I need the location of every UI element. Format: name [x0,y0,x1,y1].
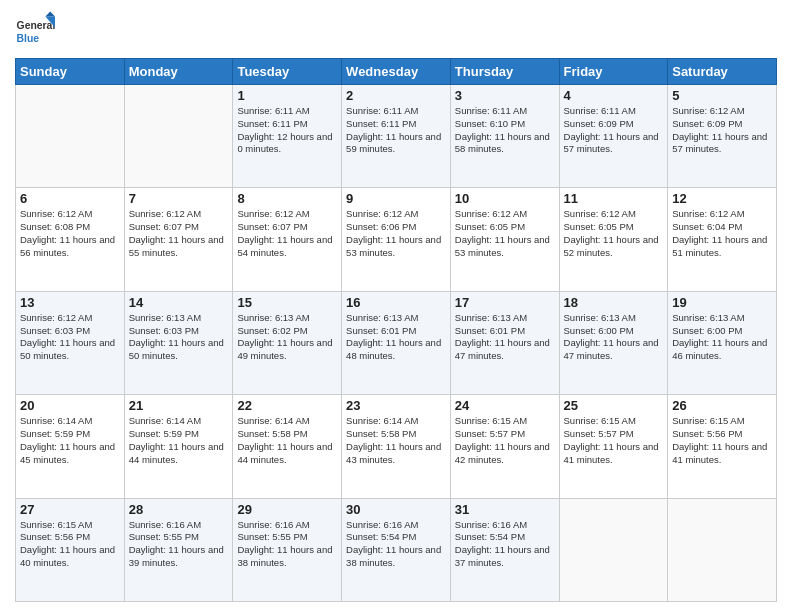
weekday-header-row: SundayMondayTuesdayWednesdayThursdayFrid… [16,59,777,85]
calendar-cell [559,498,668,601]
calendar-cell: 5Sunrise: 6:12 AMSunset: 6:09 PMDaylight… [668,85,777,188]
calendar-cell: 23Sunrise: 6:14 AMSunset: 5:58 PMDayligh… [342,395,451,498]
calendar-cell: 3Sunrise: 6:11 AMSunset: 6:10 PMDaylight… [450,85,559,188]
day-info: Sunrise: 6:16 AMSunset: 5:54 PMDaylight:… [346,519,446,570]
day-info: Sunrise: 6:13 AMSunset: 6:01 PMDaylight:… [455,312,555,363]
day-info: Sunrise: 6:12 AMSunset: 6:07 PMDaylight:… [129,208,229,259]
svg-text:Blue: Blue [17,33,40,44]
calendar-cell: 14Sunrise: 6:13 AMSunset: 6:03 PMDayligh… [124,291,233,394]
day-number: 10 [455,191,555,206]
weekday-header-wednesday: Wednesday [342,59,451,85]
day-number: 1 [237,88,337,103]
calendar-cell: 19Sunrise: 6:13 AMSunset: 6:00 PMDayligh… [668,291,777,394]
day-number: 3 [455,88,555,103]
day-number: 25 [564,398,664,413]
day-number: 19 [672,295,772,310]
calendar-cell [16,85,125,188]
day-info: Sunrise: 6:16 AMSunset: 5:55 PMDaylight:… [237,519,337,570]
calendar-cell: 31Sunrise: 6:16 AMSunset: 5:54 PMDayligh… [450,498,559,601]
calendar-week-row-2: 6Sunrise: 6:12 AMSunset: 6:08 PMDaylight… [16,188,777,291]
day-number: 16 [346,295,446,310]
day-info: Sunrise: 6:14 AMSunset: 5:59 PMDaylight:… [20,415,120,466]
calendar-cell: 6Sunrise: 6:12 AMSunset: 6:08 PMDaylight… [16,188,125,291]
day-info: Sunrise: 6:11 AMSunset: 6:10 PMDaylight:… [455,105,555,156]
day-number: 20 [20,398,120,413]
svg-marker-3 [45,12,55,17]
day-number: 8 [237,191,337,206]
day-info: Sunrise: 6:11 AMSunset: 6:11 PMDaylight:… [346,105,446,156]
calendar-week-row-4: 20Sunrise: 6:14 AMSunset: 5:59 PMDayligh… [16,395,777,498]
weekday-header-sunday: Sunday [16,59,125,85]
day-number: 11 [564,191,664,206]
calendar-cell: 22Sunrise: 6:14 AMSunset: 5:58 PMDayligh… [233,395,342,498]
day-number: 26 [672,398,772,413]
day-number: 15 [237,295,337,310]
day-info: Sunrise: 6:15 AMSunset: 5:56 PMDaylight:… [672,415,772,466]
day-info: Sunrise: 6:12 AMSunset: 6:05 PMDaylight:… [455,208,555,259]
page: General Blue SundayMondayTuesdayWednesda… [0,0,792,612]
calendar-week-row-5: 27Sunrise: 6:15 AMSunset: 5:56 PMDayligh… [16,498,777,601]
day-info: Sunrise: 6:16 AMSunset: 5:54 PMDaylight:… [455,519,555,570]
calendar-cell: 2Sunrise: 6:11 AMSunset: 6:11 PMDaylight… [342,85,451,188]
calendar-cell [668,498,777,601]
weekday-header-friday: Friday [559,59,668,85]
calendar-cell: 27Sunrise: 6:15 AMSunset: 5:56 PMDayligh… [16,498,125,601]
day-info: Sunrise: 6:14 AMSunset: 5:59 PMDaylight:… [129,415,229,466]
calendar-cell: 30Sunrise: 6:16 AMSunset: 5:54 PMDayligh… [342,498,451,601]
day-info: Sunrise: 6:14 AMSunset: 5:58 PMDaylight:… [237,415,337,466]
day-number: 27 [20,502,120,517]
calendar-cell: 20Sunrise: 6:14 AMSunset: 5:59 PMDayligh… [16,395,125,498]
calendar-cell: 28Sunrise: 6:16 AMSunset: 5:55 PMDayligh… [124,498,233,601]
calendar-cell: 1Sunrise: 6:11 AMSunset: 6:11 PMDaylight… [233,85,342,188]
day-info: Sunrise: 6:11 AMSunset: 6:09 PMDaylight:… [564,105,664,156]
weekday-header-saturday: Saturday [668,59,777,85]
weekday-header-tuesday: Tuesday [233,59,342,85]
calendar-cell: 4Sunrise: 6:11 AMSunset: 6:09 PMDaylight… [559,85,668,188]
day-number: 24 [455,398,555,413]
svg-text:General: General [17,20,55,31]
header: General Blue [15,10,777,50]
day-number: 30 [346,502,446,517]
calendar-cell: 15Sunrise: 6:13 AMSunset: 6:02 PMDayligh… [233,291,342,394]
calendar-cell: 24Sunrise: 6:15 AMSunset: 5:57 PMDayligh… [450,395,559,498]
calendar-week-row-1: 1Sunrise: 6:11 AMSunset: 6:11 PMDaylight… [16,85,777,188]
day-info: Sunrise: 6:12 AMSunset: 6:04 PMDaylight:… [672,208,772,259]
calendar-cell [124,85,233,188]
day-info: Sunrise: 6:12 AMSunset: 6:09 PMDaylight:… [672,105,772,156]
calendar-cell: 12Sunrise: 6:12 AMSunset: 6:04 PMDayligh… [668,188,777,291]
day-number: 21 [129,398,229,413]
day-number: 17 [455,295,555,310]
calendar-table: SundayMondayTuesdayWednesdayThursdayFrid… [15,58,777,602]
day-number: 5 [672,88,772,103]
calendar-cell: 18Sunrise: 6:13 AMSunset: 6:00 PMDayligh… [559,291,668,394]
calendar-cell: 26Sunrise: 6:15 AMSunset: 5:56 PMDayligh… [668,395,777,498]
day-info: Sunrise: 6:16 AMSunset: 5:55 PMDaylight:… [129,519,229,570]
calendar-cell: 16Sunrise: 6:13 AMSunset: 6:01 PMDayligh… [342,291,451,394]
day-info: Sunrise: 6:13 AMSunset: 6:02 PMDaylight:… [237,312,337,363]
day-number: 2 [346,88,446,103]
calendar-cell: 29Sunrise: 6:16 AMSunset: 5:55 PMDayligh… [233,498,342,601]
day-info: Sunrise: 6:11 AMSunset: 6:11 PMDaylight:… [237,105,337,156]
day-info: Sunrise: 6:13 AMSunset: 6:01 PMDaylight:… [346,312,446,363]
day-info: Sunrise: 6:12 AMSunset: 6:05 PMDaylight:… [564,208,664,259]
day-number: 13 [20,295,120,310]
day-info: Sunrise: 6:15 AMSunset: 5:57 PMDaylight:… [455,415,555,466]
weekday-header-thursday: Thursday [450,59,559,85]
day-info: Sunrise: 6:12 AMSunset: 6:07 PMDaylight:… [237,208,337,259]
day-info: Sunrise: 6:12 AMSunset: 6:08 PMDaylight:… [20,208,120,259]
day-info: Sunrise: 6:13 AMSunset: 6:03 PMDaylight:… [129,312,229,363]
day-number: 14 [129,295,229,310]
day-info: Sunrise: 6:13 AMSunset: 6:00 PMDaylight:… [564,312,664,363]
day-info: Sunrise: 6:13 AMSunset: 6:00 PMDaylight:… [672,312,772,363]
day-number: 9 [346,191,446,206]
day-number: 23 [346,398,446,413]
generalblue-logo-icon: General Blue [15,10,55,50]
calendar-cell: 25Sunrise: 6:15 AMSunset: 5:57 PMDayligh… [559,395,668,498]
calendar-cell: 8Sunrise: 6:12 AMSunset: 6:07 PMDaylight… [233,188,342,291]
day-number: 4 [564,88,664,103]
day-number: 22 [237,398,337,413]
day-info: Sunrise: 6:12 AMSunset: 6:03 PMDaylight:… [20,312,120,363]
calendar-cell: 11Sunrise: 6:12 AMSunset: 6:05 PMDayligh… [559,188,668,291]
calendar-cell: 9Sunrise: 6:12 AMSunset: 6:06 PMDaylight… [342,188,451,291]
day-info: Sunrise: 6:15 AMSunset: 5:56 PMDaylight:… [20,519,120,570]
